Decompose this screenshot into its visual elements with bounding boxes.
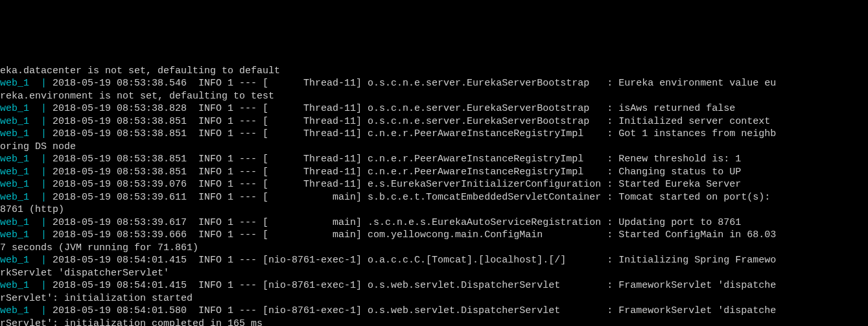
log-line: web_1 | 2018-05-19 08:53:38.828 INFO 1 -… [0,102,868,115]
terminal-output[interactable]: eka.datacenter is not set, defaulting to… [0,64,868,327]
log-text: 2018-05-19 08:54:01.415 INFO 1 --- [nio-… [47,255,776,266]
log-text: 8761 (http) [0,204,64,215]
log-line: web_1 | 2018-05-19 08:53:39.611 INFO 1 -… [0,191,868,204]
log-line: oring DS node [0,141,868,154]
log-text: eka.datacenter is not set, defaulting to… [0,65,280,76]
container-prefix: web_1 | [0,154,47,165]
log-line: web_1 | 2018-05-19 08:53:39.666 INFO 1 -… [0,229,868,242]
log-text: 2018-05-19 08:53:38.546 INFO 1 --- [ Thr… [47,78,776,89]
log-text: oring DS node [0,141,76,152]
log-text: rServlet': initialization completed in 1… [0,318,263,327]
log-line: web_1 | 2018-05-19 08:53:38.851 INFO 1 -… [0,128,868,141]
log-text: 2018-05-19 08:53:38.851 INFO 1 --- [ Thr… [47,167,741,178]
log-text: 2018-05-19 08:53:39.611 INFO 1 --- [ mai… [47,192,776,203]
container-prefix: web_1 | [0,229,47,240]
log-line: eka.datacenter is not set, defaulting to… [0,65,868,78]
container-prefix: web_1 | [0,192,47,203]
container-prefix: web_1 | [0,280,47,291]
container-prefix: web_1 | [0,116,47,127]
log-line: web_1 | 2018-05-19 08:53:38.851 INFO 1 -… [0,166,868,179]
container-prefix: web_1 | [0,255,47,266]
log-text: reka.environment is not set, defaulting … [0,91,274,102]
log-text: rkServlet 'dispatcherServlet' [0,268,169,279]
log-text: 2018-05-19 08:53:38.851 INFO 1 --- [ Thr… [47,154,741,165]
log-text: 2018-05-19 08:54:01.415 INFO 1 --- [nio-… [47,280,776,291]
container-prefix: web_1 | [0,217,47,228]
log-line: reka.environment is not set, defaulting … [0,90,868,103]
log-line: rkServlet 'dispatcherServlet' [0,267,868,280]
container-prefix: web_1 | [0,305,47,316]
container-prefix: web_1 | [0,167,47,178]
log-line: web_1 | 2018-05-19 08:53:38.851 INFO 1 -… [0,153,868,166]
log-line: rServlet': initialization completed in 1… [0,318,868,327]
log-line: rServlet': initialization started [0,292,868,305]
log-line: 8761 (http) [0,204,868,216]
container-prefix: web_1 | [0,128,47,139]
container-prefix: web_1 | [0,78,47,89]
log-text: 2018-05-19 08:53:39.076 INFO 1 --- [ Thr… [47,179,741,190]
log-line: web_1 | 2018-05-19 08:54:01.415 INFO 1 -… [0,254,868,267]
log-line: web_1 | 2018-05-19 08:53:38.546 INFO 1 -… [0,77,868,90]
log-line: web_1 | 2018-05-19 08:54:01.415 INFO 1 -… [0,279,868,292]
log-text: 7 seconds (JVM running for 71.861) [0,242,198,253]
log-text: 2018-05-19 08:53:38.828 INFO 1 --- [ Thr… [47,103,735,114]
log-text: 2018-05-19 08:53:38.851 INFO 1 --- [ Thr… [47,128,776,139]
container-prefix: web_1 | [0,179,47,190]
log-text: 2018-05-19 08:54:01.580 INFO 1 --- [nio-… [47,305,776,316]
log-text: rServlet': initialization started [0,293,193,304]
log-line: web_1 | 2018-05-19 08:53:39.076 INFO 1 -… [0,178,868,191]
log-line: web_1 | 2018-05-19 08:54:01.580 INFO 1 -… [0,305,868,318]
log-text: 2018-05-19 08:53:38.851 INFO 1 --- [ Thr… [47,116,770,127]
log-line: web_1 | 2018-05-19 08:53:38.851 INFO 1 -… [0,115,868,128]
log-text: 2018-05-19 08:53:39.617 INFO 1 --- [ mai… [47,217,741,228]
container-prefix: web_1 | [0,103,47,114]
log-line: 7 seconds (JVM running for 71.861) [0,242,868,255]
log-line: web_1 | 2018-05-19 08:53:39.617 INFO 1 -… [0,216,868,229]
log-text: 2018-05-19 08:53:39.666 INFO 1 --- [ mai… [47,229,776,240]
